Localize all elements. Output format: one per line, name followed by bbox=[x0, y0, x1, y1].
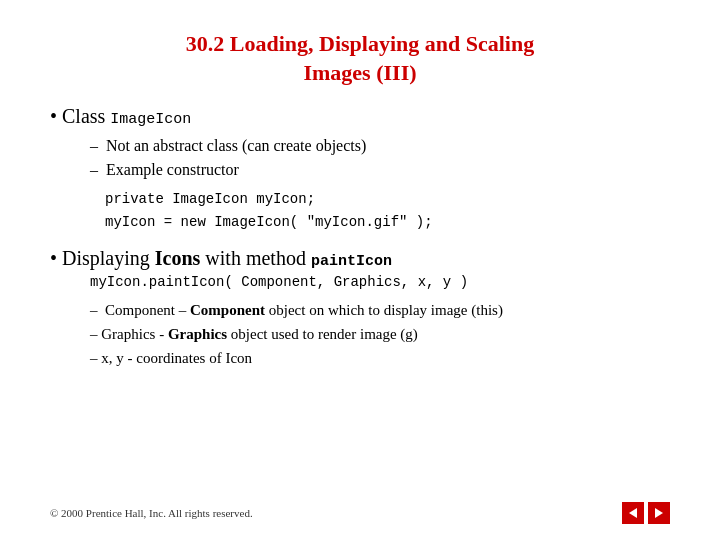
nav-buttons bbox=[622, 502, 670, 524]
code-line1: private ImageIcon myIcon; bbox=[105, 188, 670, 210]
dash-b3: – bbox=[90, 346, 101, 370]
painticon-line: myIcon.paintIcon( Component, Graphics, x… bbox=[90, 274, 670, 290]
sub-b2-text: Graphics - Graphics object used to rende… bbox=[101, 322, 418, 346]
sub-bullet-1: – Not an abstract class (can create obje… bbox=[90, 134, 670, 158]
sub-bullet-1-text: Not an abstract class (can create object… bbox=[106, 134, 366, 158]
svg-marker-1 bbox=[655, 508, 663, 518]
prev-button[interactable] bbox=[622, 502, 644, 524]
next-button[interactable] bbox=[648, 502, 670, 524]
prev-icon bbox=[628, 507, 638, 519]
bullet2-subbullets: – Component – Component object on which … bbox=[90, 298, 670, 370]
svg-marker-0 bbox=[629, 508, 637, 518]
dash2: – bbox=[90, 158, 98, 182]
sub-b3-text: x, y - coordinates of Icon bbox=[101, 346, 252, 370]
dash-b2: – bbox=[90, 322, 101, 346]
dash-b1: – bbox=[90, 298, 105, 322]
sub-bullet2-3: – x, y - coordinates of Icon bbox=[90, 346, 670, 370]
bullet1-text: • Class ImageIcon bbox=[50, 105, 191, 128]
title-line2: Images (III) bbox=[50, 59, 670, 88]
bullet1-main: • Class ImageIcon bbox=[50, 105, 670, 128]
sub-bullet-2-text: Example constructor bbox=[106, 158, 239, 182]
next-icon bbox=[654, 507, 664, 519]
bullet2-section: • Displaying Icons with method paintIcon… bbox=[50, 247, 670, 370]
slide-title: 30.2 Loading, Displaying and Scaling Ima… bbox=[50, 30, 670, 87]
sub-bullet2-2: – Graphics - Graphics object used to ren… bbox=[90, 322, 670, 346]
bullet2-bold: Icons bbox=[155, 247, 201, 269]
bullet1-section: • Class ImageIcon – Not an abstract clas… bbox=[50, 105, 670, 233]
footer: © 2000 Prentice Hall, Inc. All rights re… bbox=[50, 502, 670, 524]
bullet2-main: • Displaying Icons with method paintIcon bbox=[50, 247, 670, 270]
bullet2-method: paintIcon bbox=[311, 253, 392, 270]
title-line1: 30.2 Loading, Displaying and Scaling bbox=[50, 30, 670, 59]
bullet1-classname: ImageIcon bbox=[110, 111, 191, 128]
sub-bullet-2: – Example constructor bbox=[90, 158, 670, 182]
sub-b1-text: Component – Component object on which to… bbox=[105, 298, 503, 322]
slide: 30.2 Loading, Displaying and Scaling Ima… bbox=[0, 0, 720, 540]
code-line2: myIcon = new ImageIcon( "myIcon.gif" ); bbox=[105, 211, 670, 233]
sub-bullet2-1: – Component – Component object on which … bbox=[90, 298, 670, 322]
code-block1: private ImageIcon myIcon; myIcon = new I… bbox=[105, 188, 670, 233]
bullet1-subbullets: – Not an abstract class (can create obje… bbox=[90, 134, 670, 182]
dash1: – bbox=[90, 134, 98, 158]
bullet2-prefix: • Displaying Icons with method paintIcon bbox=[50, 247, 392, 270]
footer-copyright: © 2000 Prentice Hall, Inc. All rights re… bbox=[50, 507, 253, 519]
